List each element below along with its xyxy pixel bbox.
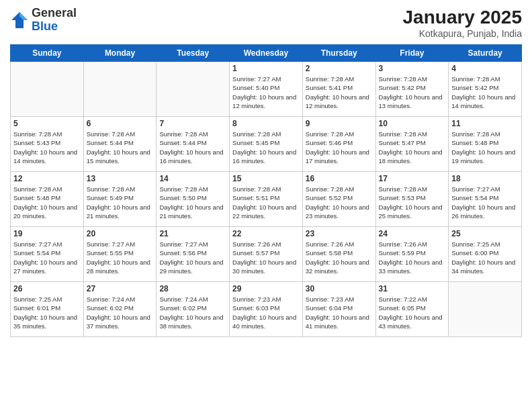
table-row: 12Sunrise: 7:28 AM Sunset: 5:48 PM Dayli… bbox=[11, 172, 84, 227]
logo-text: General Blue bbox=[32, 7, 77, 34]
day-info: Sunrise: 7:24 AM Sunset: 6:02 PM Dayligh… bbox=[159, 295, 226, 330]
table-row: 13Sunrise: 7:28 AM Sunset: 5:49 PM Dayli… bbox=[83, 172, 157, 227]
day-number: 27 bbox=[87, 284, 154, 293]
day-number: 18 bbox=[451, 174, 519, 183]
table-row: 10Sunrise: 7:28 AM Sunset: 5:47 PM Dayli… bbox=[375, 117, 449, 172]
table-row: 14Sunrise: 7:28 AM Sunset: 5:50 PM Dayli… bbox=[157, 172, 230, 227]
day-info: Sunrise: 7:28 AM Sunset: 5:47 PM Dayligh… bbox=[379, 130, 446, 165]
col-wednesday: Wednesday bbox=[230, 45, 303, 62]
col-tuesday: Tuesday bbox=[157, 45, 230, 62]
table-row: 21Sunrise: 7:27 AM Sunset: 5:56 PM Dayli… bbox=[157, 227, 230, 282]
table-row: 31Sunrise: 7:22 AM Sunset: 6:05 PM Dayli… bbox=[375, 282, 449, 337]
day-info: Sunrise: 7:25 AM Sunset: 6:01 PM Dayligh… bbox=[13, 295, 81, 330]
day-number: 10 bbox=[379, 119, 446, 128]
day-number: 14 bbox=[159, 174, 226, 183]
calendar-header-row: Sunday Monday Tuesday Wednesday Thursday… bbox=[11, 45, 522, 62]
day-number: 24 bbox=[379, 229, 446, 238]
table-row: 29Sunrise: 7:23 AM Sunset: 6:03 PM Dayli… bbox=[230, 282, 303, 337]
logo-blue-text: Blue bbox=[32, 20, 77, 34]
table-row: 16Sunrise: 7:28 AM Sunset: 5:52 PM Dayli… bbox=[302, 172, 375, 227]
day-number: 1 bbox=[232, 64, 300, 73]
day-info: Sunrise: 7:28 AM Sunset: 5:45 PM Dayligh… bbox=[232, 130, 300, 165]
day-info: Sunrise: 7:23 AM Sunset: 6:03 PM Dayligh… bbox=[232, 295, 300, 330]
day-number: 13 bbox=[87, 174, 154, 183]
day-number: 5 bbox=[13, 119, 81, 128]
day-number: 25 bbox=[451, 229, 519, 238]
page: General Blue January 2025 Kotkapura, Pun… bbox=[0, 0, 532, 411]
day-info: Sunrise: 7:28 AM Sunset: 5:46 PM Dayligh… bbox=[306, 130, 373, 165]
table-row: 9Sunrise: 7:28 AM Sunset: 5:46 PM Daylig… bbox=[302, 117, 375, 172]
day-info: Sunrise: 7:28 AM Sunset: 5:44 PM Dayligh… bbox=[87, 130, 154, 165]
day-info: Sunrise: 7:28 AM Sunset: 5:48 PM Dayligh… bbox=[13, 185, 81, 220]
col-saturday: Saturday bbox=[449, 45, 522, 62]
day-info: Sunrise: 7:24 AM Sunset: 6:02 PM Dayligh… bbox=[87, 295, 154, 330]
col-friday: Friday bbox=[375, 45, 449, 62]
col-monday: Monday bbox=[83, 45, 157, 62]
calendar-week-row: 1Sunrise: 7:27 AM Sunset: 5:40 PM Daylig… bbox=[11, 62, 522, 117]
day-number: 20 bbox=[87, 229, 154, 238]
day-number: 17 bbox=[379, 174, 446, 183]
col-thursday: Thursday bbox=[302, 45, 375, 62]
location: Kotkapura, Punjab, India bbox=[403, 28, 522, 39]
day-info: Sunrise: 7:25 AM Sunset: 6:00 PM Dayligh… bbox=[451, 240, 519, 275]
day-info: Sunrise: 7:28 AM Sunset: 5:48 PM Dayligh… bbox=[451, 130, 519, 165]
day-number: 26 bbox=[13, 284, 81, 293]
table-row: 5Sunrise: 7:28 AM Sunset: 5:43 PM Daylig… bbox=[11, 117, 84, 172]
table-row: 7Sunrise: 7:28 AM Sunset: 5:44 PM Daylig… bbox=[157, 117, 230, 172]
day-info: Sunrise: 7:27 AM Sunset: 5:40 PM Dayligh… bbox=[232, 75, 300, 110]
day-info: Sunrise: 7:28 AM Sunset: 5:42 PM Dayligh… bbox=[451, 75, 519, 110]
table-row: 8Sunrise: 7:28 AM Sunset: 5:45 PM Daylig… bbox=[230, 117, 303, 172]
day-info: Sunrise: 7:28 AM Sunset: 5:53 PM Dayligh… bbox=[379, 185, 446, 220]
table-row bbox=[83, 62, 157, 117]
day-number: 6 bbox=[87, 119, 154, 128]
day-info: Sunrise: 7:26 AM Sunset: 5:57 PM Dayligh… bbox=[232, 240, 300, 275]
day-info: Sunrise: 7:28 AM Sunset: 5:51 PM Dayligh… bbox=[232, 185, 300, 220]
day-info: Sunrise: 7:28 AM Sunset: 5:41 PM Dayligh… bbox=[306, 75, 373, 110]
day-number: 31 bbox=[379, 284, 446, 293]
logo-general-text: General bbox=[32, 7, 77, 20]
table-row: 27Sunrise: 7:24 AM Sunset: 6:02 PM Dayli… bbox=[83, 282, 157, 337]
calendar-week-row: 26Sunrise: 7:25 AM Sunset: 6:01 PM Dayli… bbox=[11, 282, 522, 337]
table-row: 20Sunrise: 7:27 AM Sunset: 5:55 PM Dayli… bbox=[83, 227, 157, 282]
day-info: Sunrise: 7:27 AM Sunset: 5:55 PM Dayligh… bbox=[87, 240, 154, 275]
table-row bbox=[449, 282, 522, 337]
day-number: 16 bbox=[306, 174, 373, 183]
logo: General Blue bbox=[10, 7, 77, 34]
day-number: 21 bbox=[159, 229, 226, 238]
day-info: Sunrise: 7:26 AM Sunset: 5:59 PM Dayligh… bbox=[379, 240, 446, 275]
table-row: 24Sunrise: 7:26 AM Sunset: 5:59 PM Dayli… bbox=[375, 227, 449, 282]
table-row: 3Sunrise: 7:28 AM Sunset: 5:42 PM Daylig… bbox=[375, 62, 449, 117]
month-title: January 2025 bbox=[403, 7, 522, 28]
table-row bbox=[157, 62, 230, 117]
table-row: 30Sunrise: 7:23 AM Sunset: 6:04 PM Dayli… bbox=[302, 282, 375, 337]
day-info: Sunrise: 7:28 AM Sunset: 5:49 PM Dayligh… bbox=[87, 185, 154, 220]
day-number: 7 bbox=[159, 119, 226, 128]
table-row: 18Sunrise: 7:27 AM Sunset: 5:54 PM Dayli… bbox=[449, 172, 522, 227]
day-number: 3 bbox=[379, 64, 446, 73]
day-info: Sunrise: 7:28 AM Sunset: 5:44 PM Dayligh… bbox=[159, 130, 226, 165]
table-row: 23Sunrise: 7:26 AM Sunset: 5:58 PM Dayli… bbox=[302, 227, 375, 282]
table-row: 4Sunrise: 7:28 AM Sunset: 5:42 PM Daylig… bbox=[449, 62, 522, 117]
table-row: 22Sunrise: 7:26 AM Sunset: 5:57 PM Dayli… bbox=[230, 227, 303, 282]
day-number: 15 bbox=[232, 174, 300, 183]
logo-icon bbox=[10, 11, 29, 30]
day-number: 30 bbox=[306, 284, 373, 293]
col-sunday: Sunday bbox=[11, 45, 84, 62]
day-info: Sunrise: 7:22 AM Sunset: 6:05 PM Dayligh… bbox=[379, 295, 446, 330]
day-info: Sunrise: 7:28 AM Sunset: 5:42 PM Dayligh… bbox=[379, 75, 446, 110]
day-number: 8 bbox=[232, 119, 300, 128]
day-info: Sunrise: 7:28 AM Sunset: 5:52 PM Dayligh… bbox=[306, 185, 373, 220]
table-row: 28Sunrise: 7:24 AM Sunset: 6:02 PM Dayli… bbox=[157, 282, 230, 337]
day-number: 4 bbox=[451, 64, 519, 73]
day-info: Sunrise: 7:27 AM Sunset: 5:54 PM Dayligh… bbox=[13, 240, 81, 275]
calendar-week-row: 12Sunrise: 7:28 AM Sunset: 5:48 PM Dayli… bbox=[11, 172, 522, 227]
day-number: 11 bbox=[451, 119, 519, 128]
day-info: Sunrise: 7:23 AM Sunset: 6:04 PM Dayligh… bbox=[306, 295, 373, 330]
day-number: 9 bbox=[306, 119, 373, 128]
table-row: 6Sunrise: 7:28 AM Sunset: 5:44 PM Daylig… bbox=[83, 117, 157, 172]
day-info: Sunrise: 7:27 AM Sunset: 5:54 PM Dayligh… bbox=[451, 185, 519, 220]
day-number: 23 bbox=[306, 229, 373, 238]
day-number: 28 bbox=[159, 284, 226, 293]
table-row: 1Sunrise: 7:27 AM Sunset: 5:40 PM Daylig… bbox=[230, 62, 303, 117]
table-row bbox=[11, 62, 84, 117]
